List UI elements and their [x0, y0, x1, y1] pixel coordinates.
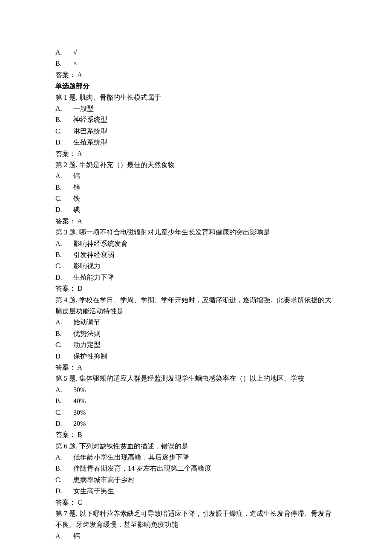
option-label: D.: [55, 418, 73, 429]
option-label: C.: [55, 407, 73, 418]
option-text: 影响视力: [73, 262, 101, 269]
option-label: D.: [55, 351, 73, 362]
answer-label: 答案：: [55, 69, 76, 81]
question-option: C.患病率城市高于乡村: [55, 474, 337, 486]
option-label: B.: [55, 249, 73, 260]
question-option: B.引发神经衰弱: [55, 249, 337, 260]
option-label: C.: [55, 474, 73, 486]
option-label: D.: [55, 272, 73, 283]
question-option: B.神经系统型: [55, 114, 337, 125]
option-text: 伴随青春期发育，14 岁左右出现第二个高峰度: [73, 465, 211, 472]
question-stem: 第 2 题. 牛奶是补充（）最佳的天然食物: [55, 159, 337, 171]
option-label: A.: [55, 531, 73, 542]
question-number: 第 7 题.: [55, 508, 78, 519]
question-option: B.伴随青春期发育，14 岁左右出现第二个高峰度: [55, 463, 337, 474]
option-text: 碘: [73, 206, 80, 213]
option-label: B.: [55, 58, 73, 69]
option-label: A.: [55, 384, 73, 396]
question-stem: 第 1 题. 肌肉、骨骼的生长模式属于: [55, 92, 337, 103]
question-option: D.保护性抑制: [55, 351, 337, 362]
option-text: 影响神经系统发育: [73, 240, 128, 247]
question-option: A.50%: [55, 384, 337, 396]
option-text: 20%: [73, 420, 86, 427]
answer-label: 答案：: [55, 148, 76, 159]
option-text: ×: [73, 60, 77, 67]
question-option: A.钙: [55, 531, 337, 542]
question-option: D.女生高于男生: [55, 486, 337, 497]
answer-label: 答案：: [55, 429, 76, 440]
question-stem: 第 6 题. 下列对缺铁性贫血的描述，错误的是: [55, 441, 337, 452]
option-text: 始动调节: [73, 318, 101, 326]
question-answer: 答案： A: [55, 362, 337, 373]
option-text: 患病率城市高于乡村: [73, 476, 135, 483]
question-option: C.铁: [55, 193, 337, 204]
option-text: 40%: [73, 397, 86, 405]
option-text: 引发神经衰弱: [73, 251, 114, 258]
answer-value: A: [77, 364, 82, 371]
question-option: A.低年龄小学生出现高峰，其后逐步下降: [55, 452, 337, 463]
answer-label: 答案：: [55, 216, 76, 227]
preamble-option-a: A.√: [55, 47, 337, 58]
option-label: C.: [55, 193, 73, 204]
answer-value: A: [77, 150, 82, 157]
option-label: B.: [55, 114, 73, 125]
question-stem: 第 4 题. 学校在学日、学周、学期、学年开始时，应循序渐进，逐渐增强。此要求所…: [55, 295, 337, 317]
option-text: 女生高于男生: [73, 487, 114, 494]
question-answer: 答案： A: [55, 216, 337, 227]
option-label: C.: [55, 126, 73, 137]
question-text: 牛奶是补充（）最佳的天然食物: [79, 161, 175, 168]
option-label: A.: [55, 171, 73, 182]
question-option: C.淋巴系统型: [55, 126, 337, 137]
option-text: 神经系统型: [73, 116, 107, 123]
question-text: 下列对缺铁性贫血的描述，错误的是: [79, 442, 188, 450]
question-option: C.动力定型: [55, 339, 337, 350]
question-answer: 答案： C: [55, 497, 337, 508]
option-label: A.: [55, 452, 73, 463]
answer-label: 答案：: [55, 497, 76, 508]
question-option: D.20%: [55, 418, 337, 429]
option-text: 淋巴系统型: [73, 127, 107, 135]
question-number: 第 3 题.: [55, 227, 78, 238]
question-text: 肌肉、骨骼的生长模式属于: [79, 94, 161, 101]
question-number: 第 4 题.: [55, 295, 78, 306]
option-text: 生殖能力下降: [73, 274, 114, 281]
answer-value: A: [77, 71, 82, 78]
option-text: 钙: [73, 532, 80, 540]
question-stem: 第 5 题. 集体驱蛔的适应人群是经监测发现学生蛔虫感染率在（）以上的地区、学校: [55, 373, 337, 384]
question-option: A.始动调节: [55, 317, 337, 328]
option-label: A.: [55, 317, 73, 328]
answer-value: B: [78, 431, 82, 438]
question-text: 哪一项不符合电磁辐射对儿童少年生长发育和健康的突出影响是: [79, 228, 270, 236]
option-text: √: [73, 49, 77, 56]
question-option: C.30%: [55, 407, 337, 418]
question-stem: 第 3 题. 哪一项不符合电磁辐射对儿童少年生长发育和健康的突出影响是: [55, 227, 337, 238]
option-label: C.: [55, 260, 73, 272]
questions-container: 第 1 题. 肌肉、骨骼的生长模式属于A.一般型B.神经系统型C.淋巴系统型D.…: [55, 92, 337, 542]
answer-value: A: [77, 217, 82, 225]
preamble-answer: 答案： A: [55, 69, 337, 81]
option-text: 50%: [73, 386, 86, 393]
option-text: 钙: [73, 172, 80, 179]
document-page: A.√ B.× 答案： A 单选题部分 第 1 题. 肌肉、骨骼的生长模式属于A…: [0, 0, 392, 555]
option-label: B.: [55, 463, 73, 474]
option-text: 优势法则: [73, 330, 101, 337]
option-label: B.: [55, 328, 73, 339]
option-label: A.: [55, 103, 73, 114]
question-option: B.锌: [55, 182, 337, 193]
option-text: 一般型: [73, 105, 94, 112]
option-label: D.: [55, 137, 73, 148]
question-text: 以下哪种营养素缺乏可导致暗适应下降，引发眼干燥症，造成生长发育停滞、骨发育不良、…: [55, 510, 331, 528]
question-answer: 答案： A: [55, 148, 337, 159]
option-label: D.: [55, 486, 73, 497]
question-option: C.影响视力: [55, 260, 337, 272]
option-label: D.: [55, 204, 73, 215]
question-number: 第 5 题.: [55, 373, 78, 384]
question-option: D.生殖系统型: [55, 137, 337, 148]
option-label: B.: [55, 396, 73, 407]
question-option: D.生殖能力下降: [55, 272, 337, 283]
question-text: 集体驱蛔的适应人群是经监测发现学生蛔虫感染率在（）以上的地区、学校: [79, 375, 304, 382]
answer-value: D: [78, 285, 83, 292]
question-stem: 第 7 题. 以下哪种营养素缺乏可导致暗适应下降，引发眼干燥症，造成生长发育停滞…: [55, 508, 337, 531]
answer-label: 答案：: [55, 283, 76, 294]
option-label: C.: [55, 339, 73, 350]
